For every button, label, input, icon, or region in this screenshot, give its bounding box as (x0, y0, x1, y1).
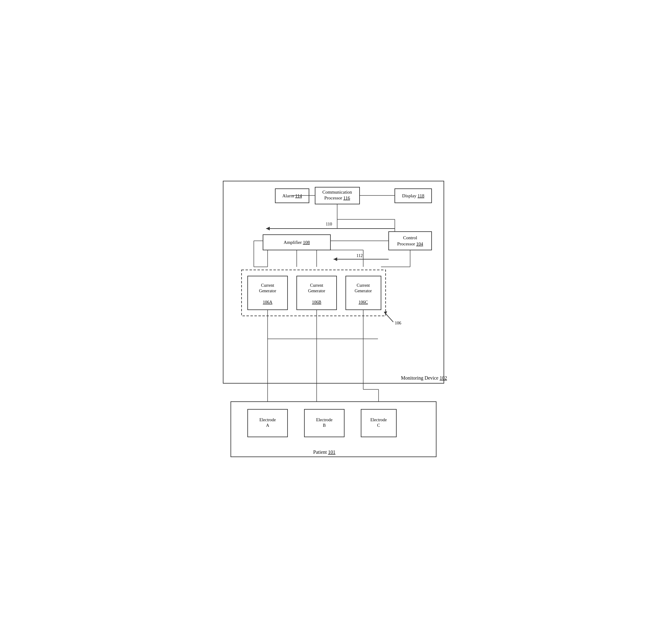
control-processor-box (389, 232, 432, 250)
electrode-a-label2: A (266, 423, 270, 428)
current-gen-b-label2: Generator (308, 288, 325, 293)
control-processor-label1: Control (403, 235, 417, 240)
diagram: Monitoring Device 102 Alarm 114 Communic… (214, 172, 453, 472)
comm-processor-label2: Processor 116 (324, 196, 351, 200)
current-gen-a-label2: Generator (259, 288, 276, 293)
electrode-c-label2: C (377, 423, 380, 428)
arrow-110-label: 110 (326, 222, 332, 227)
current-gen-c-label2: Generator (355, 288, 372, 293)
current-gen-c-label1: Current (357, 283, 370, 288)
current-gen-b-label1: Current (310, 283, 323, 288)
current-gen-c-id: 106C (359, 300, 368, 304)
group-106-label: 106 (395, 321, 401, 325)
current-gen-b-id: 106B (312, 300, 321, 304)
electrode-a-label1: Electrode (259, 417, 276, 422)
patient-label: Patient 101 (313, 449, 335, 455)
amplifier-label: Amplifier 108 (283, 240, 310, 245)
monitoring-device-label: Monitoring Device 102 (401, 375, 447, 381)
comm-processor-label1: Communication (323, 189, 352, 195)
current-gen-a-id: 106A (263, 300, 273, 304)
alarm-label: Alarm 114 (282, 193, 302, 198)
control-processor-label2: Processor 104 (397, 242, 423, 246)
arrow-112-label: 112 (357, 253, 363, 258)
display-label: Display 118 (402, 193, 424, 198)
electrode-b-label2: B (323, 423, 326, 428)
electrode-b-label1: Electrode (316, 417, 332, 422)
electrode-c-label1: Electrode (370, 417, 387, 422)
current-gen-a-label1: Current (261, 283, 274, 288)
